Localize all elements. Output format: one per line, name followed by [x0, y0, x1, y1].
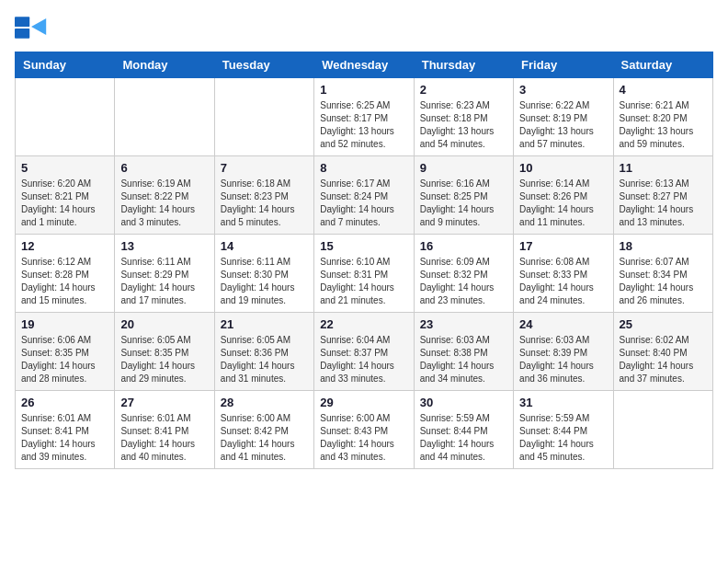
day-info: Sunrise: 6:07 AM Sunset: 8:34 PM Dayligh…	[620, 256, 707, 307]
calendar-cell: 21Sunrise: 6:05 AM Sunset: 8:36 PM Dayli…	[214, 313, 313, 391]
day-number: 14	[221, 239, 308, 253]
day-number: 20	[120, 317, 208, 331]
day-number: 9	[420, 161, 507, 175]
day-info: Sunrise: 6:19 AM Sunset: 8:22 PM Dayligh…	[120, 178, 208, 229]
day-info: Sunrise: 6:01 AM Sunset: 8:41 PM Dayligh…	[120, 412, 208, 464]
calendar-cell: 4Sunrise: 6:21 AM Sunset: 8:20 PM Daylig…	[613, 78, 712, 156]
day-info: Sunrise: 6:03 AM Sunset: 8:38 PM Dayligh…	[420, 334, 507, 385]
day-number: 4	[620, 83, 707, 97]
day-number: 31	[519, 396, 607, 409]
calendar-cell: 27Sunrise: 6:01 AM Sunset: 8:41 PM Dayli…	[115, 391, 214, 469]
day-number: 18	[620, 239, 707, 253]
header-tuesday: Tuesday	[214, 52, 313, 78]
day-info: Sunrise: 6:08 AM Sunset: 8:33 PM Dayligh…	[519, 256, 607, 307]
calendar-cell: 7Sunrise: 6:18 AM Sunset: 8:23 PM Daylig…	[214, 156, 313, 235]
page-header	[15, 15, 713, 40]
day-info: Sunrise: 6:04 AM Sunset: 8:37 PM Dayligh…	[320, 334, 407, 385]
logo	[15, 15, 51, 40]
calendar-cell: 29Sunrise: 6:00 AM Sunset: 8:43 PM Dayli…	[314, 391, 414, 469]
day-number: 10	[519, 161, 607, 175]
calendar-cell	[115, 78, 214, 156]
day-number: 24	[519, 317, 607, 331]
day-number: 27	[120, 396, 208, 409]
logo-icon	[15, 15, 48, 40]
day-info: Sunrise: 6:21 AM Sunset: 8:20 PM Dayligh…	[620, 99, 707, 151]
day-info: Sunrise: 6:14 AM Sunset: 8:26 PM Dayligh…	[519, 178, 607, 229]
day-number: 19	[21, 317, 108, 331]
day-number: 21	[221, 317, 308, 331]
day-info: Sunrise: 6:18 AM Sunset: 8:23 PM Dayligh…	[221, 178, 308, 229]
calendar-cell: 9Sunrise: 6:16 AM Sunset: 8:25 PM Daylig…	[414, 156, 513, 235]
calendar-header-row: SundayMondayTuesdayWednesdayThursdayFrid…	[16, 52, 713, 78]
calendar-table: SundayMondayTuesdayWednesdayThursdayFrid…	[15, 52, 713, 469]
day-number: 5	[21, 161, 108, 175]
day-number: 29	[320, 396, 407, 409]
day-number: 2	[420, 83, 507, 97]
calendar-cell: 30Sunrise: 5:59 AM Sunset: 8:44 PM Dayli…	[414, 391, 513, 469]
day-info: Sunrise: 6:03 AM Sunset: 8:39 PM Dayligh…	[519, 334, 607, 385]
day-info: Sunrise: 6:13 AM Sunset: 8:27 PM Dayligh…	[620, 178, 707, 229]
calendar-week-1: 1Sunrise: 6:25 AM Sunset: 8:17 PM Daylig…	[16, 78, 713, 156]
day-info: Sunrise: 6:17 AM Sunset: 8:24 PM Dayligh…	[320, 178, 407, 229]
day-info: Sunrise: 6:01 AM Sunset: 8:41 PM Dayligh…	[21, 412, 108, 464]
day-info: Sunrise: 6:16 AM Sunset: 8:25 PM Dayligh…	[420, 178, 507, 229]
calendar-cell: 17Sunrise: 6:08 AM Sunset: 8:33 PM Dayli…	[514, 235, 613, 313]
day-number: 17	[519, 239, 607, 253]
day-number: 23	[420, 317, 507, 331]
calendar-cell: 24Sunrise: 6:03 AM Sunset: 8:39 PM Dayli…	[514, 313, 613, 391]
day-number: 25	[620, 317, 707, 331]
day-number: 26	[21, 396, 108, 409]
calendar-week-5: 26Sunrise: 6:01 AM Sunset: 8:41 PM Dayli…	[16, 391, 713, 469]
calendar-cell: 26Sunrise: 6:01 AM Sunset: 8:41 PM Dayli…	[16, 391, 115, 469]
day-info: Sunrise: 6:09 AM Sunset: 8:32 PM Dayligh…	[420, 256, 507, 307]
day-number: 16	[420, 239, 507, 253]
header-saturday: Saturday	[613, 52, 712, 78]
day-info: Sunrise: 6:00 AM Sunset: 8:43 PM Dayligh…	[320, 412, 407, 464]
calendar-cell: 28Sunrise: 6:00 AM Sunset: 8:42 PM Dayli…	[214, 391, 313, 469]
day-number: 28	[221, 396, 308, 409]
calendar-cell: 14Sunrise: 6:11 AM Sunset: 8:30 PM Dayli…	[214, 235, 313, 313]
calendar-cell: 12Sunrise: 6:12 AM Sunset: 8:28 PM Dayli…	[16, 235, 115, 313]
day-number: 6	[120, 161, 208, 175]
day-info: Sunrise: 6:25 AM Sunset: 8:17 PM Dayligh…	[320, 99, 407, 151]
day-info: Sunrise: 6:23 AM Sunset: 8:18 PM Dayligh…	[420, 99, 507, 151]
calendar-cell: 1Sunrise: 6:25 AM Sunset: 8:17 PM Daylig…	[314, 78, 414, 156]
header-monday: Monday	[115, 52, 214, 78]
day-number: 22	[320, 317, 407, 331]
calendar-cell	[214, 78, 313, 156]
calendar-cell: 22Sunrise: 6:04 AM Sunset: 8:37 PM Dayli…	[314, 313, 414, 391]
day-info: Sunrise: 6:11 AM Sunset: 8:29 PM Dayligh…	[120, 256, 208, 307]
calendar-cell: 25Sunrise: 6:02 AM Sunset: 8:40 PM Dayli…	[613, 313, 712, 391]
calendar-week-4: 19Sunrise: 6:06 AM Sunset: 8:35 PM Dayli…	[16, 313, 713, 391]
day-info: Sunrise: 6:05 AM Sunset: 8:36 PM Dayligh…	[221, 334, 308, 385]
calendar-week-2: 5Sunrise: 6:20 AM Sunset: 8:21 PM Daylig…	[16, 156, 713, 235]
calendar-cell: 15Sunrise: 6:10 AM Sunset: 8:31 PM Dayli…	[314, 235, 414, 313]
header-thursday: Thursday	[414, 52, 513, 78]
day-number: 15	[320, 239, 407, 253]
day-info: Sunrise: 6:12 AM Sunset: 8:28 PM Dayligh…	[21, 256, 108, 307]
day-number: 3	[519, 83, 607, 97]
day-info: Sunrise: 6:02 AM Sunset: 8:40 PM Dayligh…	[620, 334, 707, 385]
day-info: Sunrise: 5:59 AM Sunset: 8:44 PM Dayligh…	[519, 412, 607, 464]
day-number: 11	[620, 161, 707, 175]
calendar-cell: 31Sunrise: 5:59 AM Sunset: 8:44 PM Dayli…	[514, 391, 613, 469]
day-info: Sunrise: 6:10 AM Sunset: 8:31 PM Dayligh…	[320, 256, 407, 307]
day-number: 7	[221, 161, 308, 175]
header-friday: Friday	[514, 52, 613, 78]
day-number: 1	[320, 83, 407, 97]
day-number: 13	[120, 239, 208, 253]
day-info: Sunrise: 6:11 AM Sunset: 8:30 PM Dayligh…	[221, 256, 308, 307]
header-wednesday: Wednesday	[314, 52, 414, 78]
calendar-cell: 13Sunrise: 6:11 AM Sunset: 8:29 PM Dayli…	[115, 235, 214, 313]
calendar-cell: 2Sunrise: 6:23 AM Sunset: 8:18 PM Daylig…	[414, 78, 513, 156]
svg-rect-1	[15, 29, 29, 39]
day-info: Sunrise: 6:05 AM Sunset: 8:35 PM Dayligh…	[120, 334, 208, 385]
day-info: Sunrise: 5:59 AM Sunset: 8:44 PM Dayligh…	[420, 412, 507, 464]
day-info: Sunrise: 6:20 AM Sunset: 8:21 PM Dayligh…	[21, 178, 108, 229]
calendar-cell: 6Sunrise: 6:19 AM Sunset: 8:22 PM Daylig…	[115, 156, 214, 235]
calendar-cell: 20Sunrise: 6:05 AM Sunset: 8:35 PM Dayli…	[115, 313, 214, 391]
calendar-cell	[16, 78, 115, 156]
day-info: Sunrise: 6:00 AM Sunset: 8:42 PM Dayligh…	[221, 412, 308, 464]
day-number: 8	[320, 161, 407, 175]
calendar-week-3: 12Sunrise: 6:12 AM Sunset: 8:28 PM Dayli…	[16, 235, 713, 313]
